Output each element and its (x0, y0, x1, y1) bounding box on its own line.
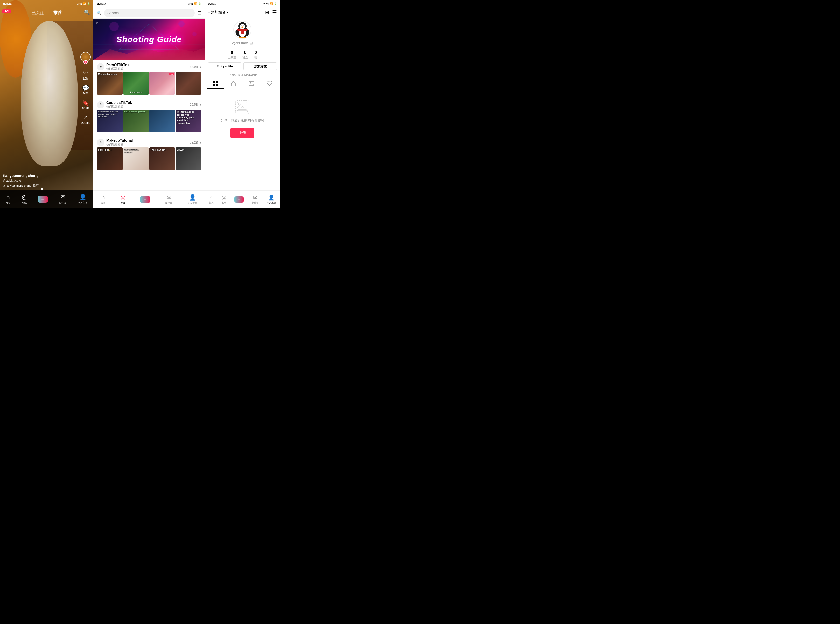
edit-profile-button[interactable]: Edit profile (208, 62, 241, 70)
pets-thumb-4[interactable] (175, 72, 201, 94)
hashtag-header-pets[interactable]: # PetsOfTikTok 热门话题标签 83.9B › (93, 60, 205, 72)
tab-lock[interactable] (225, 79, 242, 89)
followers-stat[interactable]: 0 粉丝 (243, 50, 248, 59)
couples-hashtag-name: CouplesTikTok (106, 100, 188, 105)
creator-avatar-container: + (80, 52, 91, 62)
discover-icon: ◎ (22, 194, 27, 201)
music-name: anyuanmengchong (7, 184, 31, 187)
hashtag-header-couples[interactable]: # CouplesTikTok 热门话题标签 29.5B › (93, 98, 205, 110)
following-stat[interactable]: 0 已关注 (227, 50, 236, 59)
add-friend-button[interactable]: 添加好友 (243, 62, 277, 70)
couples-thumb-2[interactable]: You're glowing honey (123, 110, 149, 133)
discover-banner: Shooting Guide ⊕ (93, 19, 205, 60)
profile-tabs (205, 79, 280, 89)
tab-grid[interactable] (207, 79, 224, 89)
makeup-thumb-label-2: SUPERMODEL SCULPT (124, 148, 146, 153)
disc-home-icon: ⌂ (101, 194, 105, 201)
profile-action-buttons: Edit profile 添加好友 (205, 62, 280, 70)
discover-time: 02:39 (97, 2, 105, 6)
video-hashtags[interactable]: #rabbit #cute (3, 179, 78, 182)
likes-count: 0 (255, 50, 257, 55)
pets-thumb-label-1: Max ate batteries (98, 73, 117, 76)
nav-discover[interactable]: ◎ 发现 (22, 194, 27, 205)
share-action[interactable]: ↗ 201.8K (81, 114, 90, 124)
disc-create-plus-button[interactable]: + (140, 196, 150, 203)
grid-icon (213, 81, 218, 86)
tab-gallery[interactable] (243, 79, 260, 89)
svg-point-35 (238, 103, 240, 105)
pets-thumb-2[interactable]: ★ BIRTHDAY (123, 72, 149, 94)
music-info[interactable]: ♬ anyuanmengchong 原声 (3, 184, 78, 187)
profile-time: 02:39 (208, 2, 217, 6)
nav-recommend[interactable]: 推荐 (51, 9, 64, 17)
pets-hashtag-name: PetsOfTikTok (106, 63, 188, 67)
follow-plus-button[interactable]: + (84, 60, 88, 64)
pets-thumb-1[interactable]: Max ate batteries (97, 72, 123, 94)
profile-avatar-section: @dreamvf ⊞ (205, 18, 280, 50)
inbox-icon: ✉ (60, 194, 65, 201)
couples-thumb-3[interactable] (149, 110, 175, 133)
prof-vpn: VPN (263, 2, 269, 5)
qr-small-icon[interactable]: ⊞ (250, 41, 253, 45)
makeup-hashtag-name: MakeupTutorial (106, 138, 188, 142)
prof-nav-discover[interactable]: ◎ 发现 (222, 195, 226, 204)
video-progress[interactable] (0, 189, 93, 190)
bookmark-icon: 🔖 (82, 99, 89, 106)
discover-scroll-area[interactable]: # PetsOfTikTok 热门话题标签 83.9B › Max ate ba… (93, 60, 205, 190)
qr-code-icon[interactable]: ⊞ (265, 9, 269, 15)
makeup-thumb-4[interactable]: GRWM (175, 147, 201, 170)
discover-bottom-nav: ⌂ 首页 ◎ 发现 + ✉ 收件箱 👤 个人主页 (93, 190, 205, 208)
prof-create-plus-button[interactable]: + (234, 196, 244, 202)
likes-stat[interactable]: 0 赞 (254, 50, 257, 59)
svg-point-18 (243, 25, 244, 26)
svg-point-8 (110, 22, 119, 31)
tab-liked[interactable] (261, 79, 278, 89)
couples-hash-info: CouplesTikTok 热门话题标签 (106, 100, 188, 108)
couples-thumb-1[interactable]: She left me look sas sadder head won't s… (97, 110, 123, 133)
nav-create[interactable]: + (37, 196, 48, 202)
svg-point-10 (192, 32, 196, 36)
nav-home[interactable]: ⌂ 首页 (5, 194, 11, 205)
prof-nav-home[interactable]: ⌂ 首页 (209, 195, 213, 204)
disc-signal: 📶 (194, 2, 197, 5)
like-action[interactable]: ♡ 1.0M (83, 70, 88, 80)
disc-nav-home[interactable]: ⌂ 首页 (101, 194, 106, 205)
makeup-thumb-3[interactable]: The clean girl (149, 147, 175, 170)
bookmark-action[interactable]: 🔖 68.2K (82, 99, 89, 110)
couples-thumb-4[interactable]: The truth about people who constantly po… (175, 110, 201, 133)
disc-nav-inbox[interactable]: ✉ 收件箱 (165, 194, 173, 205)
prof-nav-create[interactable]: + (234, 196, 244, 202)
search-input[interactable] (104, 9, 195, 17)
music-note-icon: ♬ (3, 184, 5, 187)
disc-nav-discover[interactable]: ◎ 发现 (120, 194, 125, 205)
pets-hashtag-count: 83.9B (190, 65, 198, 69)
create-plus-button[interactable]: + (37, 196, 48, 202)
comment-action[interactable]: 💬 7401 (82, 85, 89, 95)
prof-nav-profile[interactable]: 👤 个人主页 (267, 195, 276, 204)
profile-link[interactable]: + t.me/TikTokModCloud (205, 72, 280, 79)
hamburger-menu-icon[interactable]: ☰ (272, 9, 277, 15)
hashtag-header-makeup[interactable]: # MakeupTutorial 热门话题标签 78.2B › (93, 136, 205, 147)
profile-scroll-area[interactable]: @dreamvf ⊞ 0 已关注 0 粉丝 0 赞 Edit profile 添… (205, 18, 280, 190)
penguin-avatar-svg (235, 21, 250, 39)
feed-bottom-nav: ⌂ 首页 ◎ 发现 + ✉ 收件箱 👤 个人主页 (0, 190, 93, 208)
disc-nav-profile[interactable]: 👤 个人主页 (187, 194, 198, 205)
prof-nav-inbox[interactable]: ✉ 收件箱 (252, 195, 259, 204)
couples-hash-symbol: # (97, 101, 104, 108)
pets-hashtag-arrow: › (200, 65, 201, 69)
add-name-button[interactable]: + 添加姓名 ▾ (208, 10, 228, 15)
scan-icon[interactable]: ⊡ (197, 10, 202, 16)
discover-status-icons: VPN 📶 🔋 (187, 2, 201, 5)
comment-icon: 💬 (82, 85, 89, 91)
disc-nav-create[interactable]: + (140, 196, 150, 203)
nav-following[interactable]: 已关注 (29, 9, 46, 17)
nav-inbox[interactable]: ✉ 收件箱 (59, 194, 67, 205)
upload-button[interactable]: 上传 (230, 128, 254, 138)
makeup-thumb-1[interactable]: glitter lips✨ (97, 147, 123, 170)
video-username[interactable]: tianyuanmengchong (3, 174, 78, 178)
makeup-thumb-2[interactable]: SUPERMODEL SCULPT (123, 147, 149, 170)
nav-profile[interactable]: 👤 个人主页 (77, 194, 88, 205)
svg-point-17 (241, 25, 242, 26)
prof-inbox-icon: ✉ (253, 195, 257, 201)
pets-thumb-3[interactable]: Her (149, 72, 175, 94)
